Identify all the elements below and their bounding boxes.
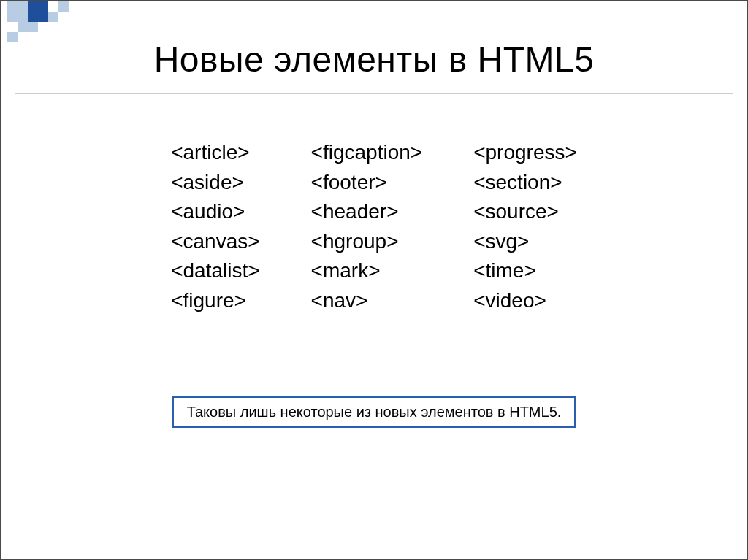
tag-item: <section>: [473, 168, 577, 198]
tag-item: <header>: [311, 197, 423, 227]
column-1: <article> <aside> <audio> <canvas> <data…: [171, 138, 259, 316]
column-3: <progress> <section> <source> <svg> <tim…: [473, 138, 577, 316]
svg-rect-1: [18, 1, 28, 12]
tag-item: <video>: [473, 286, 577, 316]
slide: Новые элементы в HTML5 <article> <aside>…: [0, 0, 748, 560]
tag-item: <footer>: [311, 168, 423, 198]
content-area: <article> <aside> <audio> <canvas> <data…: [1, 94, 747, 316]
tag-item: <nav>: [311, 286, 423, 316]
tag-item: <figure>: [171, 286, 259, 316]
tag-item: <time>: [473, 256, 577, 286]
corner-decoration-icon: [1, 1, 111, 60]
svg-rect-6: [18, 12, 28, 22]
tag-item: <source>: [473, 197, 577, 227]
svg-rect-4: [58, 1, 69, 12]
svg-rect-3: [48, 12, 58, 22]
slide-title: Новые элементы в HTML5: [1, 1, 747, 93]
note-container: Таковы лишь некоторые из новых элементов…: [1, 396, 747, 428]
tag-item: <svg>: [473, 227, 577, 257]
tag-item: <hgroup>: [311, 227, 423, 257]
tag-item: <audio>: [171, 197, 259, 227]
tag-item: <article>: [171, 138, 259, 168]
svg-rect-0: [7, 1, 18, 12]
columns-container: <article> <aside> <audio> <canvas> <data…: [171, 138, 577, 316]
tag-item: <figcaption>: [311, 138, 423, 168]
tag-item: <mark>: [311, 256, 423, 286]
tag-item: <datalist>: [171, 256, 259, 286]
svg-rect-5: [7, 12, 18, 22]
tag-item: <canvas>: [171, 227, 259, 257]
svg-rect-2: [28, 1, 48, 22]
note-box: Таковы лишь некоторые из новых элементов…: [172, 396, 576, 428]
svg-rect-9: [7, 32, 18, 42]
tag-item: <progress>: [473, 138, 577, 168]
svg-rect-8: [28, 22, 38, 32]
column-2: <figcaption> <footer> <header> <hgroup> …: [311, 138, 423, 316]
tag-item: <aside>: [171, 168, 259, 198]
svg-rect-7: [18, 22, 28, 32]
